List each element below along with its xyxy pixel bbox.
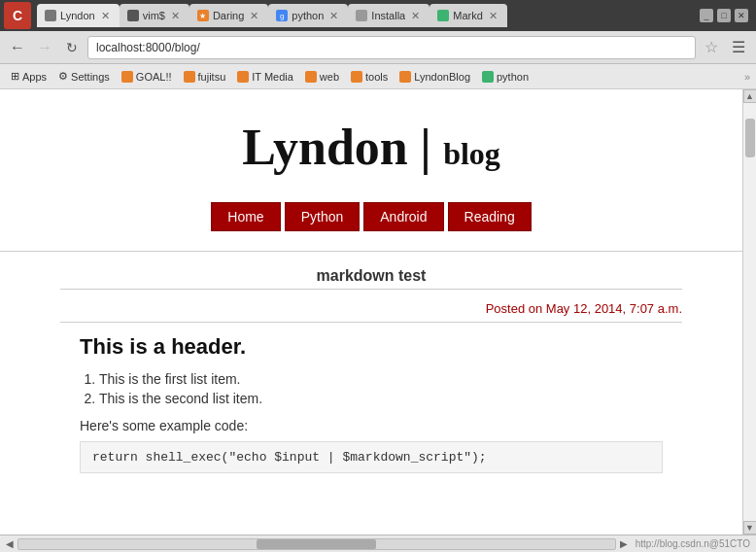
forward-button[interactable]: → [33, 36, 56, 59]
nav-python-button[interactable]: Python [285, 202, 361, 231]
nav-android-button[interactable]: Android [363, 202, 443, 231]
folder-icon-tools [351, 71, 362, 83]
title-bar: C Lyndon ✕ vim$ ✕ ★ Daring ✕ g [0, 0, 756, 31]
tab-close-lyndon[interactable]: ✕ [99, 10, 112, 22]
post-meta: Posted on May 12, 2014, 7:07 a.m. [60, 301, 682, 316]
page-content: Lyndon | blog Home Python Android Readin… [0, 89, 742, 535]
tab-markd[interactable]: Markd ✕ [430, 4, 507, 27]
blog-title: Lyndon [242, 120, 408, 175]
bookmark-label-itmedia: IT Media [252, 71, 293, 83]
tab-install[interactable]: Installa ✕ [348, 4, 430, 27]
post-container: markdown test Posted on May 12, 2014, 7:… [41, 259, 702, 473]
scrollbar-down-button[interactable]: ▼ [743, 521, 757, 535]
code-content: return shell_exec("echo $input | $markdo… [92, 450, 487, 465]
bookmark-fujitsu[interactable]: fujitsu [179, 69, 231, 85]
bookmarks-bar: ⊞ Apps ⚙ Settings GOAL!! fujitsu IT Medi… [0, 64, 756, 89]
settings-label: Settings [71, 71, 110, 83]
bookmark-star-button[interactable]: ☆ [700, 36, 723, 59]
blog-header: Lyndon | blog [0, 89, 742, 190]
browser-window: C Lyndon ✕ vim$ ✕ ★ Daring ✕ g [0, 0, 756, 552]
nav-reading-button[interactable]: Reading [448, 202, 532, 231]
menu-button[interactable]: ☰ [727, 36, 750, 59]
settings-bookmark[interactable]: ⚙ Settings [53, 68, 115, 85]
settings-icon: ⚙ [58, 70, 68, 83]
list-item-2: This is the second list item. [99, 391, 663, 406]
apps-label: Apps [22, 71, 47, 83]
bookmark-label-web: web [320, 71, 339, 83]
bookmark-label-python: python [497, 71, 529, 83]
folder-icon-python [482, 71, 494, 83]
tab-favicon-lyndon [45, 10, 56, 21]
scroll-left-button[interactable]: ◀ [6, 538, 14, 549]
browser-logo: C [4, 2, 31, 29]
post-heading: This is a header. [80, 334, 663, 360]
tab-vim[interactable]: vim$ ✕ [120, 4, 189, 27]
folder-icon-itmedia [237, 71, 249, 83]
bookmark-label-fujitsu: fujitsu [198, 71, 226, 83]
post-paragraph: Here's some example code: [80, 418, 663, 433]
tab-label-install: Installa [371, 10, 405, 21]
bookmark-goal[interactable]: GOAL!! [117, 69, 177, 85]
bookmark-label-lyndonblog: LyndonBlog [414, 71, 470, 83]
horizontal-scrollbar-thumb[interactable] [257, 539, 376, 549]
bookmark-tools[interactable]: tools [346, 69, 393, 85]
post-list: This is the first list item. This is the… [99, 371, 663, 406]
address-bar[interactable] [87, 36, 696, 59]
scroll-right-button[interactable]: ▶ [620, 538, 628, 549]
bookmarks-more-icon[interactable]: » [744, 71, 750, 83]
tab-python[interactable]: g python ✕ [268, 4, 348, 27]
status-text: http://blog.csdn.n@51CTO [636, 538, 750, 549]
tab-favicon-install [356, 10, 367, 21]
folder-icon-goal [121, 71, 133, 83]
bookmark-lyndonblog[interactable]: LyndonBlog [395, 69, 475, 85]
tab-favicon-python: g [276, 10, 288, 21]
back-button[interactable]: ← [6, 36, 29, 59]
code-block: return shell_exec("echo $input | $markdo… [80, 441, 663, 473]
refresh-button[interactable]: ↻ [60, 36, 84, 59]
tab-label-markd: Markd [453, 10, 483, 21]
tab-close-daring[interactable]: ✕ [248, 10, 260, 22]
tab-label-python: python [292, 10, 324, 21]
bookmark-python[interactable]: python [477, 69, 533, 85]
navigation-bar: ← → ↻ ☆ ☰ [0, 31, 756, 64]
post-top-divider [60, 289, 682, 290]
bookmark-label-goal: GOAL!! [136, 71, 172, 83]
tab-label-daring: Daring [213, 10, 244, 21]
bookmark-label-tools: tools [365, 71, 388, 83]
scrollbar-thumb[interactable] [745, 119, 755, 157]
minimize-button[interactable]: _ [700, 9, 713, 22]
tab-daring[interactable]: ★ Daring ✕ [189, 4, 268, 27]
close-button[interactable]: ✕ [735, 9, 748, 22]
header-divider [0, 251, 742, 252]
maximize-button[interactable]: □ [717, 9, 731, 22]
folder-icon-fujitsu [184, 71, 195, 83]
blog-subtitle: blog [443, 136, 500, 171]
folder-icon-web [305, 71, 317, 83]
tab-close-markd[interactable]: ✕ [487, 10, 499, 22]
post-body: This is a header. This is the first list… [60, 334, 682, 473]
apps-bookmark[interactable]: ⊞ Apps [6, 68, 52, 85]
tab-close-install[interactable]: ✕ [409, 10, 422, 22]
tab-close-python[interactable]: ✕ [327, 10, 340, 22]
post-meta-divider [60, 322, 682, 323]
vertical-scrollbar[interactable]: ▲ ▼ [742, 89, 756, 535]
nav-home-button[interactable]: Home [211, 202, 280, 231]
scrollbar-up-button[interactable]: ▲ [743, 89, 757, 103]
bookmark-itmedia[interactable]: IT Media [232, 69, 298, 85]
content-area: Lyndon | blog Home Python Android Readin… [0, 89, 756, 535]
tabs-container: Lyndon ✕ vim$ ✕ ★ Daring ✕ g python ✕ [37, 4, 698, 27]
blog-nav: Home Python Android Reading [211, 202, 531, 231]
horizontal-scrollbar[interactable] [17, 538, 616, 550]
blog-pipe: | [420, 120, 430, 175]
tab-label-vim: vim$ [143, 10, 165, 21]
list-item-1: This is the first list item. [99, 371, 663, 387]
tab-favicon-markd [437, 10, 449, 21]
folder-icon-lyndonblog [399, 71, 411, 83]
bottom-bar: ◀ ▶ http://blog.csdn.n@51CTO [0, 535, 756, 552]
post-title: markdown test [60, 267, 682, 285]
window-controls: _ □ ✕ [700, 9, 752, 22]
tab-close-vim[interactable]: ✕ [169, 10, 182, 22]
tab-label-lyndon: Lyndon [60, 10, 95, 21]
tab-lyndon[interactable]: Lyndon ✕ [37, 4, 120, 27]
bookmark-web[interactable]: web [300, 69, 344, 85]
